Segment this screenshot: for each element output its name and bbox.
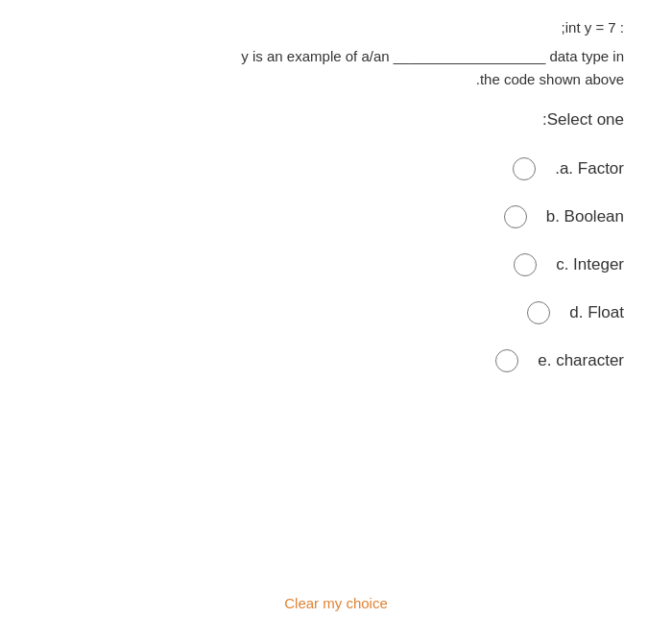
code-display: ;int y = 7 : bbox=[38, 19, 634, 36]
radio-a[interactable] bbox=[513, 157, 536, 180]
option-item-e[interactable]: e. character bbox=[38, 345, 634, 376]
page-container: ;int y = 7 : y is an example of a/an ___… bbox=[0, 0, 672, 641]
question-line2: .the code shown above bbox=[476, 71, 624, 87]
select-label: :Select one bbox=[38, 110, 634, 130]
option-item-a[interactable]: .a. Factor bbox=[38, 154, 634, 184]
option-item-d[interactable]: d. Float bbox=[38, 297, 634, 328]
option-item-b[interactable]: b. Boolean bbox=[38, 202, 634, 232]
option-label-e: e. character bbox=[538, 351, 624, 370]
question-text: y is an example of a/an ________________… bbox=[38, 45, 634, 91]
option-item-c[interactable]: c. Integer bbox=[38, 249, 634, 280]
radio-d[interactable] bbox=[527, 301, 550, 324]
option-label-d: d. Float bbox=[569, 303, 624, 322]
question-line1: y is an example of a/an ________________… bbox=[241, 48, 624, 64]
option-label-b: b. Boolean bbox=[546, 207, 624, 226]
clear-choice-button[interactable]: Clear my choice bbox=[284, 595, 388, 611]
option-label-a: .a. Factor bbox=[555, 159, 624, 178]
radio-c[interactable] bbox=[514, 253, 537, 276]
radio-b[interactable] bbox=[504, 205, 527, 228]
options-list: .a. Factor b. Boolean c. Integer d. Floa… bbox=[38, 154, 634, 576]
clear-choice-container: Clear my choice bbox=[38, 576, 634, 622]
option-label-c: c. Integer bbox=[556, 255, 624, 274]
radio-e[interactable] bbox=[495, 349, 518, 372]
